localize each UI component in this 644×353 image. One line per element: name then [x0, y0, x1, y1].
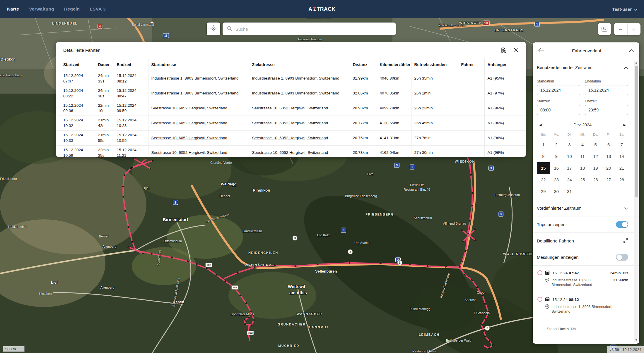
map-label: Ringlikon — [253, 188, 270, 192]
cell-anhaenger: A1 (96%) — [484, 131, 526, 146]
search-input[interactable] — [235, 26, 392, 32]
calendar-day[interactable]: 21 — [615, 162, 628, 174]
zoom-in-button[interactable]: + — [627, 23, 641, 35]
cell-startadresse[interactable]: Seestrasse 10, 6052 Hergiswil, Switzerla… — [148, 101, 249, 116]
calendar-next-icon[interactable]: ▶ — [623, 123, 626, 127]
close-icon[interactable] — [514, 48, 519, 53]
endzeit-field[interactable]: 23:59 — [585, 105, 628, 115]
scrollbar-thumb[interactable] — [635, 66, 638, 197]
locate-button[interactable] — [207, 23, 220, 35]
cell-zieladresse[interactable]: Seestrasse 10, 6052 Hergiswil, Switzerla… — [249, 101, 350, 116]
calendar-prev-icon[interactable]: ◀ — [539, 123, 541, 127]
cell-startadresse[interactable]: Seestrasse 10, 6052 Hergiswil, Switzerla… — [148, 145, 249, 157]
cell-startadresse[interactable]: Industriestrasse 1, 8903 Birmensdorf, Sw… — [148, 86, 249, 101]
calendar-day[interactable]: 22 — [537, 174, 550, 186]
calendar: ◀ Dez 2024 ▶ So. Mo. Di. Mi. Do. Fr. Sa.… — [537, 120, 628, 197]
road-shield: 3 — [394, 163, 399, 168]
calendar-day[interactable]: 31 — [563, 186, 576, 197]
nav-item[interactable]: Karte — [7, 6, 19, 12]
calendar-day[interactable]: 15 — [537, 162, 550, 174]
predefined-range-section[interactable]: Vordefinierter Zeitraum — [537, 200, 628, 216]
calendar-day[interactable]: 28 — [615, 174, 628, 186]
calendar-day[interactable]: 8 — [537, 151, 550, 162]
calendar-day[interactable]: 4 — [576, 139, 589, 151]
table-row[interactable]: 15.12.2024 10:33 21min 55s 15.12.2024 10… — [56, 131, 526, 146]
calendar-day[interactable]: 2 — [550, 139, 563, 151]
table-row[interactable]: 15.12.2024 09:36 22min 10s 15.12.2024 09… — [56, 101, 526, 116]
map-label: Lieli — [51, 280, 59, 285]
messungen-toggle-row: Messungen anzeigen — [537, 249, 628, 265]
timeline-entry[interactable]: 15.12.24 08:12 Industriestrasse 1, 8903 … — [539, 297, 628, 314]
cell-distanz: 32.05km — [350, 86, 377, 101]
collapse-panel-icon[interactable] — [628, 48, 634, 54]
road-shield: 4 — [98, 24, 102, 29]
calendar-day[interactable]: 26 — [589, 174, 602, 186]
map-label: Allmend Brunau — [443, 222, 466, 225]
nav-item[interactable]: LSVA 3 — [90, 6, 105, 12]
calendar-day[interactable]: 3 — [563, 139, 576, 151]
cell-zieladresse[interactable]: Industriestrasse 1, 8903 Birmensdorf, Sw… — [249, 71, 350, 86]
calendar-day[interactable]: 18 — [576, 162, 589, 174]
zoom-out-button[interactable]: − — [614, 23, 627, 35]
calendar-day[interactable]: 30 — [550, 186, 563, 197]
enddatum-field[interactable]: 15.12.2024 — [585, 85, 628, 95]
cell-zieladresse[interactable]: Seestrasse 10, 6052 Hergiswil, Switzerla… — [249, 116, 350, 131]
cell-zieladresse[interactable]: Seestrasse 10, 6052 Hergiswil, Switzerla… — [249, 131, 350, 146]
scroll-down-icon[interactable] — [634, 337, 638, 342]
calendar-day[interactable]: 20 — [602, 162, 615, 174]
calendar-day[interactable]: 19 — [589, 162, 602, 174]
table-row[interactable]: 15.12.2024 08:22 24min 38s 15.12.2024 08… — [56, 86, 526, 101]
map-label: Hirschen — [39, 292, 52, 295]
messungen-toggle[interactable] — [616, 254, 628, 261]
panel-scrollbar[interactable] — [634, 61, 638, 342]
table-row[interactable]: 15.12.2024 10:59 22min 35s 15.12.2024 11… — [56, 145, 526, 157]
cell-kilometerzaehler: 4162.04km — [377, 145, 411, 157]
calendar-day[interactable]: 5 — [589, 139, 602, 151]
startdatum-field[interactable]: 15.12.2024 — [537, 85, 580, 95]
enddatum-label: Enddatum — [585, 79, 628, 83]
map-label: WIEDIKON — [455, 160, 475, 163]
trips-toggle[interactable] — [616, 221, 628, 228]
nav-item[interactable]: Regeln — [64, 6, 80, 12]
cell-zieladresse[interactable]: Seestrasse 10, 6052 Hergiswil, Switzerla… — [249, 145, 350, 157]
cell-startadresse[interactable]: Industriestrasse 1, 8903 Birmensdorf, Sw… — [148, 71, 249, 86]
calendar-day[interactable]: 9 — [550, 151, 563, 162]
calendar-day[interactable]: 17 — [563, 162, 576, 174]
cell-anhaenger: A1 (96%) — [484, 145, 526, 157]
back-arrow-icon[interactable] — [538, 48, 545, 54]
calendar-day[interactable]: 25 — [576, 174, 589, 186]
calendar-day[interactable]: 11 — [576, 151, 589, 162]
logo-prefix: A — [308, 6, 312, 12]
table-row[interactable]: 15.12.2024 10:02 21min 42s 15.12.2024 10… — [56, 116, 526, 131]
custom-range-section[interactable]: Benutzerdefinierter Zeitraum — [537, 59, 628, 75]
scroll-up-icon[interactable] — [634, 61, 638, 66]
cell-zieladresse[interactable]: Industriestrasse 1, 8903 Birmensdorf, Sw… — [249, 86, 350, 101]
calendar-day[interactable]: 24 — [563, 174, 576, 186]
calendar-day[interactable]: 29 — [537, 186, 550, 197]
startzeit-label: Startzeit — [537, 99, 580, 103]
calendar-day[interactable]: 23 — [550, 174, 563, 186]
startzeit-field[interactable]: 08:00 — [537, 105, 580, 115]
calendar-day[interactable]: 7 — [615, 139, 628, 151]
calendar-day[interactable]: 6 — [602, 139, 615, 151]
user-menu[interactable]: Test-user — [612, 7, 644, 12]
road-shield: 382 — [231, 285, 238, 290]
table-row[interactable]: 15.12.2024 07:47 24min 33s 15.12.2024 08… — [56, 71, 526, 86]
nav-item[interactable]: Verwaltung — [29, 6, 54, 12]
calendar-day[interactable]: 12 — [589, 151, 602, 162]
cell-fahrer — [458, 101, 484, 116]
calendar-day[interactable]: 10 — [563, 151, 576, 162]
calendar-day[interactable]: 14 — [615, 151, 628, 162]
map-layers-button[interactable] — [598, 23, 611, 35]
timeline-entry[interactable]: 15.12.24 07:47 24min 33s Industriestrass… — [539, 270, 628, 287]
map-label: Il Grappolo — [474, 311, 490, 315]
calendar-day[interactable]: 16 — [550, 162, 563, 174]
calendar-day[interactable]: 27 — [602, 174, 615, 186]
expand-icon[interactable] — [623, 238, 628, 244]
cell-startadresse[interactable]: Seestrasse 10, 6052 Hergiswil, Switzerla… — [148, 131, 249, 146]
detailed-trips-row[interactable]: Detaillierte Fahrten — [537, 233, 628, 249]
cell-startadresse[interactable]: Seestrasse 10, 6052 Hergiswil, Switzerla… — [148, 116, 249, 131]
export-report-icon[interactable] — [500, 47, 507, 53]
calendar-day[interactable]: 1 — [537, 139, 550, 151]
calendar-day[interactable]: 13 — [602, 151, 615, 162]
